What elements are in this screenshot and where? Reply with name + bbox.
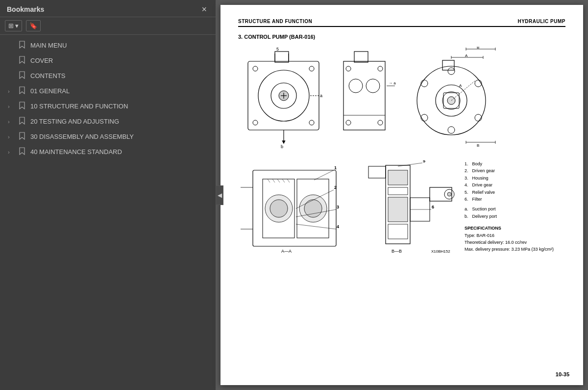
svg-line-48 [451,81,475,101]
30-disassembly-expand-arrow: › [8,134,15,140]
bookmark-item-10-structure[interactable]: ›10 STRUCTURE AND FUNCTION [0,99,216,114]
sidebar: Bookmarks × ⊞ ▾ 🔖 MAIN MENUCOVERCONTENTS… [0,0,216,390]
bookmark-item-40-maintenance[interactable]: ›40 MAINTENANCE STANDARD [0,144,216,159]
part-6: Filter [472,196,482,203]
port-b: Delivery port [472,213,497,220]
sidebar-header: Bookmarks × [0,0,216,17]
bookmark-item-20-testing[interactable]: ›20 TESTING AND ADJUSTING [0,114,216,129]
svg-rect-79 [388,170,408,185]
40-maintenance-label: 40 MAINTENANCE STANDARD [30,148,211,156]
part-5: Relief valve [472,189,495,196]
10-structure-bookmark-icon [19,102,26,111]
svg-rect-18 [343,61,385,130]
toolbar: ⊞ ▾ 🔖 [0,17,216,35]
svg-text:6: 6 [432,205,434,209]
svg-point-60 [270,200,288,217]
bookmark-icon: 🔖 [29,22,37,29]
page-number: 10-35 [556,371,569,377]
sidebar-title: Bookmarks [7,5,44,13]
30-disassembly-bookmark-icon [19,132,26,141]
10-structure-label: 10 STRUCTURE AND FUNCTION [30,103,211,110]
svg-text:X10BH152: X10BH152 [431,249,450,254]
close-button[interactable]: × [199,5,209,14]
svg-line-62 [268,179,270,182]
svg-line-64 [277,179,280,182]
parts-list: 1.Body 2.Driven gear 3.Housing 4.Drive g… [465,160,565,220]
header-left: STRUCTURE AND FUNCTION [238,19,312,24]
svg-text:B—B: B—B [392,249,402,254]
svg-text:b: b [281,144,283,149]
svg-rect-54 [442,60,454,70]
svg-point-24 [346,120,351,125]
part-3: Housing [472,175,489,182]
svg-text:B: B [477,47,479,50]
svg-point-25 [378,120,383,125]
svg-point-20 [349,79,363,93]
port-a: Suction port [472,206,496,212]
svg-text:4: 4 [337,224,339,229]
40-maintenance-expand-arrow: › [8,149,15,155]
header-right: HYDRAULIC PUMP [517,19,565,24]
cover-label: COVER [30,57,211,64]
svg-line-66 [287,179,290,182]
main-menu-bookmark-icon [19,41,26,50]
20-testing-label: 20 TESTING AND ADJUSTING [30,118,211,125]
svg-point-91 [447,192,451,196]
svg-text:A: A [459,83,462,88]
svg-rect-82 [388,224,408,239]
main-content: STRUCTURE AND FUNCTION HYDRAULIC PUMP 3.… [216,0,588,390]
30-disassembly-label: 30 DISASSEMBLY AND ASSEMBLY [30,133,211,140]
bookmark-item-01-general[interactable]: ›01 GENERAL [0,83,216,99]
svg-rect-83 [368,166,386,178]
part-1: Body [472,160,483,167]
svg-point-43 [421,80,428,87]
part-4: Drive gear [472,182,493,188]
svg-rect-19 [354,52,368,62]
svg-point-38 [448,68,455,75]
expand-view-button[interactable]: ⊞ ▾ [5,20,22,31]
section-title: 3. CONTROL PUMP (BAR-016) [238,34,565,40]
collapse-sidebar-button[interactable]: ◀ [216,185,223,205]
dropdown-arrow-icon: ▾ [15,22,19,29]
svg-line-69 [314,170,334,180]
svg-line-75 [296,224,336,229]
svg-text:3: 3 [337,205,339,209]
svg-text:A: A [465,53,468,58]
page-header: STRUCTURE AND FUNCTION HYDRAULIC PUMP [238,19,565,27]
01-general-bookmark-icon [19,86,26,96]
bookmark-item-main-menu[interactable]: MAIN MENU [0,38,216,53]
specifications: SPECIFICATIONS Type: BAR-016 Theoretical… [465,225,565,253]
bookmark-item-30-disassembly[interactable]: ›30 DISASSEMBLY AND ASSEMBLY [0,129,216,144]
front-view-diagram: b a 5 [238,47,329,150]
cover-bookmark-icon [19,56,26,65]
svg-point-22 [346,66,351,71]
bookmark-item-cover[interactable]: COVER [0,53,216,68]
svg-point-9 [253,66,258,71]
40-maintenance-bookmark-icon [19,147,26,156]
svg-point-39 [475,80,482,87]
bookmark-nav-button[interactable]: 🔖 [26,20,41,31]
svg-rect-81 [388,197,408,222]
svg-point-10 [309,66,314,71]
side-view-diagram: → a [334,47,397,150]
grid-icon: ⊞ [8,22,14,29]
part-2: Driven gear [472,167,495,174]
svg-text:2: 2 [334,185,337,190]
contents-label: CONTENTS [30,72,211,79]
svg-point-21 [366,79,380,93]
top-diagrams-row: b a 5 [238,47,565,155]
svg-point-23 [378,66,383,71]
bookmarks-list: MAIN MENUCOVERCONTENTS›01 GENERAL›10 STR… [0,35,216,390]
svg-point-11 [253,120,258,125]
20-testing-expand-arrow: › [8,119,15,125]
rear-view-diagram: B A [402,47,498,155]
bookmark-item-contents[interactable]: CONTENTS [0,68,216,83]
10-structure-expand-arrow: › [8,104,15,109]
svg-text:A—A: A—A [281,249,292,254]
svg-rect-1 [275,52,289,62]
bottom-diagrams-row: 1 2 3 4 A—A [238,160,565,260]
page-view: STRUCTURE AND FUNCTION HYDRAULIC PUMP 3.… [220,5,583,385]
svg-point-40 [475,114,482,121]
svg-point-12 [309,120,314,125]
01-general-label: 01 GENERAL [30,87,211,95]
